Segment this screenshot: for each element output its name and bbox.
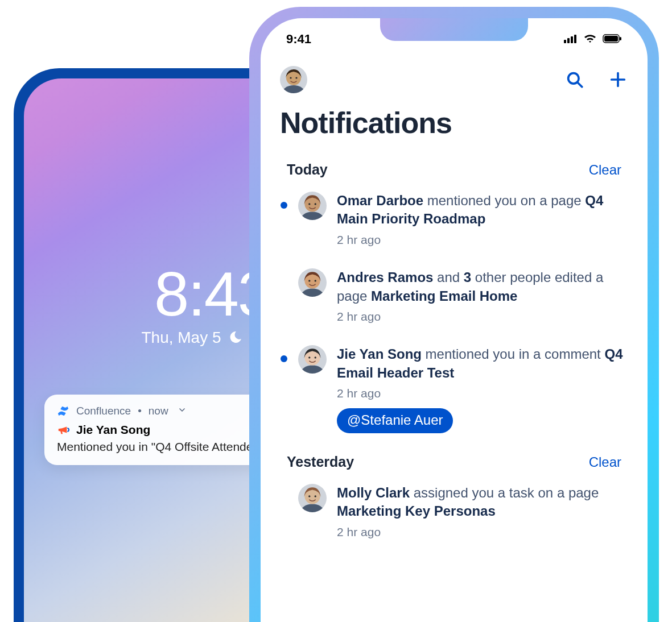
- status-bar: 9:41: [261, 25, 648, 53]
- lockscreen-when: now: [149, 405, 168, 417]
- lockscreen-date: Thu, May 5: [141, 329, 221, 346]
- lockscreen-app-name: Confluence: [76, 405, 131, 417]
- lockscreen-sender: Jie Yan Song: [76, 423, 150, 437]
- svg-rect-0: [564, 40, 566, 43]
- notification-body: Jie Yan Song mentioned you in a comment …: [337, 345, 628, 433]
- unread-indicator: [280, 192, 288, 209]
- status-time: 9:41: [286, 32, 311, 47]
- notification-item[interactable]: Omar Darboe mentioned you on a page Q4 M…: [280, 184, 628, 260]
- battery-icon: [603, 32, 622, 47]
- add-button[interactable]: [608, 69, 628, 90]
- unread-dot-icon: [281, 355, 287, 362]
- confluence-icon: [57, 405, 69, 417]
- clear-button[interactable]: Clear: [589, 454, 621, 470]
- svg-point-33: [308, 356, 310, 358]
- actor-name: Molly Clark: [337, 485, 410, 500]
- notification-avatar: [298, 345, 327, 374]
- svg-rect-3: [574, 35, 576, 43]
- unread-indicator: [280, 345, 288, 362]
- app-header: [280, 58, 628, 99]
- notification-avatar: [298, 192, 327, 220]
- actor-name: Jie Yan Song: [337, 346, 422, 362]
- page-title: Notifications: [280, 106, 628, 140]
- notification-body: Omar Darboe mentioned you on a page Q4 M…: [337, 192, 628, 248]
- notification-time: 2 hr ago: [337, 309, 628, 325]
- svg-point-12: [295, 77, 297, 78]
- section-header: Today Clear: [280, 154, 628, 184]
- svg-rect-2: [571, 36, 573, 43]
- app-screen: 9:41: [261, 18, 648, 622]
- svg-line-14: [578, 82, 582, 87]
- svg-point-21: [308, 203, 310, 205]
- unread-indicator: [280, 268, 288, 279]
- notification-item[interactable]: Andres Ramos and 3 other people edited a…: [280, 260, 628, 337]
- clear-button[interactable]: Clear: [589, 162, 621, 178]
- notification-item[interactable]: Jie Yan Song mentioned you in a comment …: [280, 337, 628, 446]
- notification-body: Molly Clark assigned you a task on a pag…: [337, 484, 628, 540]
- chevron-down-icon[interactable]: [178, 405, 187, 417]
- app-phone-frame: 9:41: [249, 7, 659, 622]
- svg-point-34: [315, 356, 316, 358]
- section-title: Yesterday: [287, 454, 354, 470]
- notification-time: 2 hr ago: [337, 385, 628, 401]
- unread-dot-icon: [281, 202, 287, 209]
- actor-name: Omar Darboe: [337, 193, 423, 208]
- notification-avatar: [298, 484, 327, 512]
- notification-avatar: [298, 268, 327, 297]
- svg-point-11: [290, 77, 291, 78]
- target-name: Marketing Email Home: [371, 288, 517, 304]
- header-avatar[interactable]: [280, 66, 307, 93]
- notification-time: 2 hr ago: [337, 232, 628, 248]
- section-title: Today: [287, 161, 328, 178]
- svg-point-28: [315, 280, 316, 281]
- megaphone-icon: [57, 424, 69, 436]
- svg-point-40: [315, 495, 316, 497]
- section-header: Yesterday Clear: [280, 446, 628, 476]
- svg-rect-6: [620, 37, 621, 40]
- svg-point-39: [308, 495, 310, 497]
- moon-icon: [229, 330, 242, 348]
- wifi-icon: [583, 32, 597, 47]
- cellular-icon: [564, 32, 578, 47]
- search-button[interactable]: [564, 69, 585, 90]
- notification-item[interactable]: Molly Clark assigned you a task on a pag…: [280, 476, 628, 553]
- notification-body: Andres Ramos and 3 other people edited a…: [337, 268, 628, 325]
- svg-point-27: [308, 280, 310, 281]
- target-name: Marketing Key Personas: [337, 503, 496, 519]
- mention-pill[interactable]: @Stefanie Auer: [337, 408, 453, 433]
- actor-name: Andres Ramos: [337, 269, 433, 285]
- svg-rect-1: [567, 38, 570, 43]
- unread-indicator: [280, 484, 288, 494]
- svg-rect-5: [604, 36, 618, 42]
- svg-point-22: [315, 203, 316, 205]
- notification-time: 2 hr ago: [337, 524, 628, 540]
